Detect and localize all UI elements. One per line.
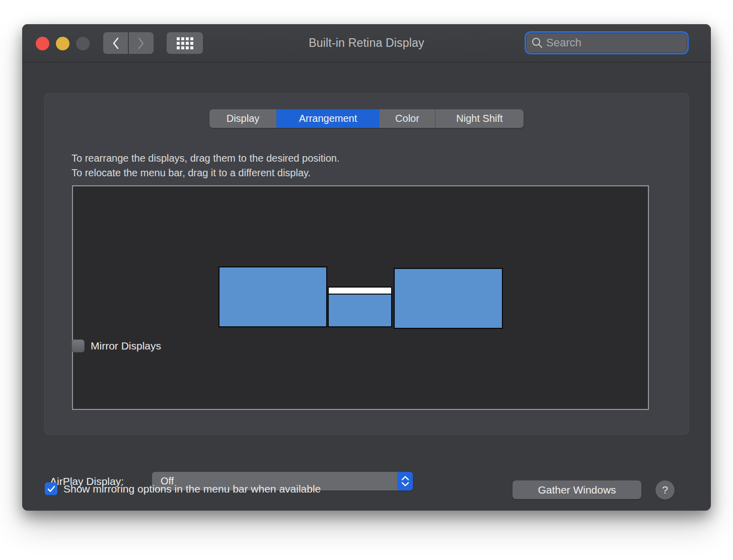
help-button[interactable]: ? <box>655 480 675 500</box>
instructions-line-2: To relocate the menu bar, drag it to a d… <box>71 166 340 180</box>
display-rect-right[interactable] <box>394 268 503 329</box>
chevron-up-icon <box>401 476 409 480</box>
tab-color[interactable]: Color <box>380 109 435 128</box>
chevron-down-icon <box>401 482 409 486</box>
display-arrangement-canvas <box>72 185 649 410</box>
gather-windows-button[interactable]: Gather Windows <box>512 480 641 499</box>
mirror-displays-checkbox[interactable] <box>71 339 85 353</box>
show-mirroring-options-row: Show mirroring options in the menu bar w… <box>45 482 321 495</box>
title-bar: Built-in Retina Display <box>22 24 711 62</box>
search-input[interactable] <box>546 36 687 49</box>
tab-night-shift[interactable]: Night Shift <box>435 109 524 128</box>
search-icon <box>531 37 543 49</box>
display-rect-left[interactable] <box>218 266 327 327</box>
checkmark-icon <box>47 485 55 493</box>
mirror-displays-row: Mirror Displays <box>71 339 161 353</box>
tab-display[interactable]: Display <box>209 109 276 128</box>
mirror-displays-label: Mirror Displays <box>91 340 161 352</box>
show-mirroring-options-label: Show mirroring options in the menu bar w… <box>63 483 321 495</box>
instructions-line-1: To rearrange the displays, drag them to … <box>71 151 340 166</box>
arrangement-pane: To rearrange the displays, drag them to … <box>44 93 689 435</box>
popup-stepper <box>397 472 413 491</box>
tab-arrangement[interactable]: Arrangement <box>276 109 380 128</box>
instructions-text: To rearrange the displays, drag them to … <box>71 151 340 180</box>
search-field[interactable] <box>525 31 689 54</box>
tab-bar: Display Arrangement Color Night Shift <box>209 109 524 128</box>
system-preferences-displays-window: Built-in Retina Display Display Arrangem… <box>22 24 711 511</box>
show-mirroring-options-checkbox[interactable] <box>45 482 57 495</box>
display-rect-middle[interactable] <box>328 294 392 327</box>
